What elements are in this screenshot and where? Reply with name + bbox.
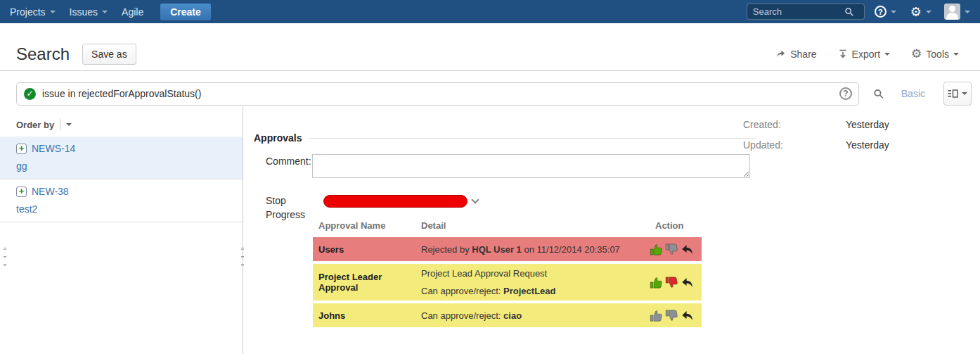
divider [60,119,60,130]
export-icon [838,49,848,59]
chevron-down-icon [102,11,108,13]
quick-search-input[interactable] [753,6,844,17]
issue-list-sidebar: Order by NEWS-14 gg NEW-38 test2 [0,107,243,354]
layout-switcher-button[interactable] [943,82,972,106]
col-approval-name: Approval Name [313,220,415,231]
share-label: Share [790,49,816,60]
issue-key[interactable]: NEW-38 [32,186,69,197]
reject-thumbs-down-icon[interactable] [665,276,678,289]
approval-detail: Can approve/reject: ciao [415,310,650,321]
comment-textarea[interactable] [312,154,750,178]
save-as-button[interactable]: Save as [82,44,136,65]
approval-row-users: Users Rejected by HQL User 1 on 11/12/20… [313,237,702,261]
jira-search-page: Projects Issues Agile Create ? ⚙ [0,0,980,354]
stop-progress-select[interactable] [323,195,468,208]
col-action: Action [650,220,702,231]
nav-issues-label: Issues [70,6,98,18]
tools-label: Tools [926,49,949,60]
chevron-down-icon [953,53,959,56]
gear-icon: ⚙ [911,48,922,60]
reject-thumbs-down-icon[interactable] [665,309,678,322]
share-button[interactable]: Share [775,49,816,60]
updated-value: Yesterday [846,139,889,151]
issue-detail-panel: Created: Yesterday Updated: Yesterday Ap… [243,107,980,354]
approvals-table-header: Approval Name Detail Action [313,219,702,237]
undo-icon[interactable] [681,309,694,322]
issue-list-item-selected[interactable]: NEWS-14 gg [0,137,243,179]
chevron-down-icon [962,92,967,95]
issue-list-item[interactable]: NEW-38 test2 [0,179,243,222]
query-bar: ✓ issue in rejectedForApprovalStatus() ?… [0,71,980,107]
results-content: Order by NEWS-14 gg NEW-38 test2 [0,107,980,354]
approval-name: Users [313,244,415,255]
gear-icon: ⚙ [910,6,922,18]
approval-detail: Project Lead Approval Request Can approv… [415,268,650,296]
approve-thumbs-up-icon[interactable] [650,276,663,289]
export-button[interactable]: Export [838,49,890,60]
quick-search[interactable] [747,4,865,20]
nav-agile[interactable]: Agile [115,0,150,23]
page-title: Search [16,44,70,64]
chevron-down-icon [891,11,896,13]
created-value: Yesterday [846,119,889,130]
nav-agile-label: Agile [122,6,143,18]
top-navbar: Projects Issues Agile Create ? ⚙ [0,0,980,23]
search-submit-icon[interactable] [873,88,884,100]
order-by-dropdown-icon[interactable] [66,123,72,126]
nav-projects-label: Projects [10,6,46,18]
admin-menu[interactable]: ⚙ [906,0,936,23]
stop-progress-label: Stop Progress [254,194,312,330]
order-by-label: Order by [16,120,54,130]
chevron-down-icon [50,11,56,13]
valid-query-check-icon: ✓ [24,88,36,100]
chevron-down-icon [965,11,970,13]
approval-name: Project Leader Approval [313,272,415,293]
chevron-down-icon [926,11,931,13]
search-icon [844,7,854,17]
splitter-handle[interactable] [4,248,8,266]
basic-mode-link[interactable]: Basic [901,88,925,99]
created-label: Created: [743,119,846,130]
approvals-section-header: Approvals [254,132,756,144]
approve-thumbs-up-icon[interactable] [650,309,663,322]
approval-name: Johns [313,310,415,321]
col-detail: Detail [415,220,650,231]
chevron-down-icon[interactable] [471,196,479,203]
chevron-down-icon [884,53,890,56]
approval-row-johns: Johns Can approve/reject: ciao [313,303,702,327]
create-button[interactable]: Create [160,4,211,20]
dates-panel: Created: Yesterday Updated: Yesterday [743,115,980,156]
export-label: Export [852,49,880,60]
issue-type-new-feature-icon [16,144,27,154]
tools-button[interactable]: ⚙ Tools [911,48,959,60]
issue-summary[interactable]: gg [16,160,226,172]
jql-input[interactable]: ✓ issue in rejectedForApprovalStatus() ? [16,82,859,106]
help-icon: ? [875,6,886,18]
nav-projects[interactable]: Projects [3,0,63,23]
avatar [944,4,960,20]
detail-view-icon [948,89,958,99]
approvals-section-title: Approvals [254,132,302,144]
syntax-help-icon[interactable]: ? [839,87,852,100]
issue-key[interactable]: NEWS-14 [32,143,75,154]
approval-detail: Rejected by HQL User 1 on 11/12/2014 20:… [415,244,650,255]
updated-label: Updated: [743,139,846,151]
approve-thumbs-up-icon[interactable] [650,243,663,256]
comment-label: Comment: [254,154,312,181]
divider [309,138,756,139]
nav-issues[interactable]: Issues [63,0,115,23]
issue-type-new-feature-icon [16,187,27,197]
help-menu[interactable]: ? [870,0,901,23]
undo-icon[interactable] [681,276,694,289]
reject-thumbs-down-icon[interactable] [665,243,678,256]
page-header: Search Save as Share Export ⚙ Tools [0,23,980,71]
user-menu[interactable] [941,0,973,23]
approval-row-project-leader: Project Leader Approval Project Lead App… [313,264,702,301]
jql-query-text: issue in rejectedForApprovalStatus() [42,88,201,99]
issue-summary[interactable]: test2 [16,203,226,215]
approvals-table: Approval Name Detail Action Users Reject… [313,219,702,327]
share-icon [775,49,786,59]
undo-icon[interactable] [681,243,694,256]
